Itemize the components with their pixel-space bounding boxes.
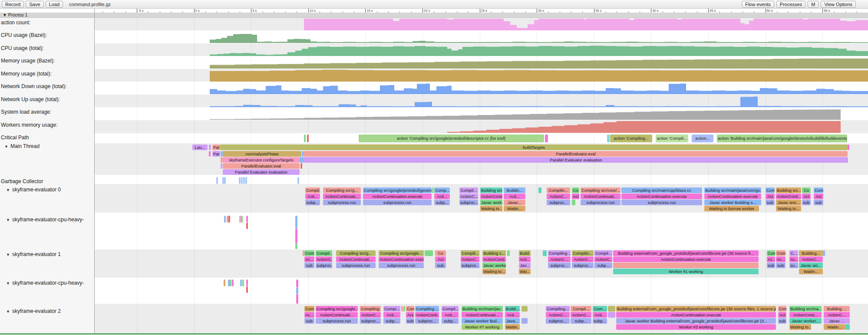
skyframe-evaluator-0-slice[interactable]: Javac wor... [776,200,801,205]
skyframe-evaluator-cpu-heavy-2-slice[interactable] [230,279,231,286]
skyframe-evaluator-2-slice[interactable]: Act [778,312,786,318]
skyframe-evaluator-0-slice[interactable]: sub [802,200,811,205]
garbage-collector-slice[interactable] [297,177,299,184]
skyframe-evaluator-2-slice[interactable]: subproc... [546,318,570,324]
track-label-garbage-collector[interactable]: Garbage Collector [1,179,43,184]
skyframe-evaluator-2-slice[interactable]: subprocess.run [316,318,358,324]
main-thread-slice[interactable]: Parallel Evaluator evaluation [304,157,848,163]
mem-total-chart[interactable] [210,70,868,82]
skyframe-evaluator-1-slice[interactable]: sub [304,263,314,268]
main-thread-slice[interactable]: Par [212,151,220,157]
skyframe-evaluator-2-slice[interactable]: Building src/ma... [789,306,822,312]
collapse-arrow-icon[interactable]: ▼ [6,218,10,222]
skyframe-evaluator-0-slice[interactable]: subp... [434,200,450,205]
skyframe-evaluator-0-slice[interactable]: subproc... [459,200,478,205]
skyframe-evaluator-cpu-heavy-2-slice[interactable] [232,279,234,286]
skyframe-evaluator-2-slice[interactable]: Compiling src/google... [316,306,358,312]
skyframe-evaluator-2-slice[interactable] [608,312,615,318]
skyframe-evaluator-0-slice[interactable]: subproc... [547,200,570,205]
skyframe-evaluator-0-slice[interactable]: ActionC... [547,194,570,199]
skyframe-evaluator-2-slice[interactable]: Com [778,306,786,312]
skyframe-evaluator-2-slice[interactable]: Compiling... [360,306,381,312]
skyframe-evaluator-0-slice[interactable]: subprocess.run [323,200,361,205]
skyframe-evaluator-1-slice[interactable]: Compili... [461,250,479,256]
skyframe-evaluator-0-slice[interactable]: Waiting to... [776,206,801,211]
skyframe-evaluator-0-slice[interactable]: Acti... [434,194,450,199]
skyframe-evaluator-2-slice[interactable]: Building src/main/jav... [462,306,503,312]
workers-mem-chart[interactable] [447,121,868,133]
skyframe-evaluator-1-slice[interactable]: Compiling src/google... [379,250,424,256]
main-thread-slice[interactable]: Lau... [192,145,208,150]
skyframe-evaluator-0-slice[interactable]: Compil... [305,187,320,193]
skyframe-evaluator-2-slice[interactable]: subproc... [360,318,381,324]
skyframe-evaluator-1-slice[interactable]: sub [435,263,446,268]
skyframe-evaluator-2-slice[interactable]: Compil... [571,306,591,312]
skyframe-evaluator-0-slice[interactable]: Javac work... [480,200,502,205]
skyframe-evaluator-2-slice[interactable]: Acti... [593,312,607,318]
main-thread-slice[interactable]: skyframeExecutor.configureTargets [223,157,300,163]
skyframe-evaluator-2-slice[interactable]: Javac ... [824,318,850,324]
garbage-collector-slice[interactable] [241,177,243,184]
skyframe-evaluator-2-slice[interactable] [401,306,403,312]
action-count-chart[interactable] [304,19,868,30]
collapse-arrow-icon[interactable]: ▼ [6,281,10,286]
skyframe-evaluator-2-slice[interactable]: Com [406,306,414,312]
skyframe-evaluator-0-slice[interactable]: Com [766,187,775,193]
skyframe-evaluator-2-slice[interactable]: sub [778,318,786,324]
skyframe-evaluator-1-slice[interactable]: Ac... [776,256,785,262]
skyframe-evaluator-1-slice[interactable] [507,250,510,256]
track-label-action-count[interactable]: action count: [1,20,30,26]
skyframe-evaluator-2-slice[interactable]: subp... [593,318,607,324]
critical-path-slice[interactable] [545,135,548,142]
track-label-memory-usage-bazel[interactable]: Memory usage (Bazel): [1,58,55,64]
main-thread-slice[interactable]: Parallel Evaluator evaluation [223,169,300,175]
skyframe-evaluator-1-slice[interactable]: Act [435,256,446,262]
skyframe-evaluator-0-slice[interactable] [432,187,434,193]
skyframe-evaluator-2-slice[interactable]: Waiting to... [789,324,811,330]
main-thread-slice[interactable]: ParallelEvaluator.eval [304,151,848,157]
sys-load-chart[interactable] [210,109,868,120]
skyframe-evaluator-1-slice[interactable]: Com [767,250,775,256]
skyframe-evaluator-1-slice[interactable]: ActionConti... [482,256,506,262]
skyframe-evaluator-0-slice[interactable]: ActionC... [459,194,478,199]
skyframe-evaluator-0-slice[interactable]: subprocess.run [363,200,432,205]
skyframe-evaluator-0-slice[interactable]: Waitin... [504,206,525,211]
skyframe-evaluator-2-slice[interactable]: Worker #7 working [462,324,503,330]
skyframe-evaluator-2-slice[interactable]: Compil... [442,306,459,312]
skyframe-evaluator-0-slice[interactable]: ActionContinuation.execute [704,194,761,199]
skyframe-evaluator-0-slice[interactable] [538,187,541,193]
skyframe-evaluator-0-slice[interactable]: Compilin... [547,187,570,193]
skyframe-evaluator-0-slice[interactable]: Co [572,187,579,193]
skyframe-evaluator-cpu-heavy-1-slice[interactable] [241,216,243,223]
skyframe-evaluator-2-slice[interactable]: ActionC... [360,312,381,318]
skyframe-evaluator-1-slice[interactable]: Ac... [789,256,798,262]
skyframe-evaluator-0-slice[interactable] [572,200,575,205]
skyframe-evaluator-0-slice[interactable]: ActionContinuation.execute [363,194,432,199]
skyframe-evaluator-2-slice[interactable]: Com... [593,306,607,312]
skyframe-evaluator-1-slice[interactable]: subproc... [316,263,332,268]
critical-path-slice[interactable] [307,135,309,142]
skyframe-evaluator-0-slice[interactable]: Compiling src/google/protobuf/generat... [363,187,432,193]
skyframe-evaluator-2-slice[interactable]: subp... [383,318,400,324]
skyframe-evaluator-cpu-heavy-2-slice[interactable] [240,279,242,286]
skyframe-evaluator-cpu-heavy-1-slice[interactable] [224,216,226,223]
track-label-workers-memory-usage[interactable]: Workers memory usage: [1,122,57,128]
critical-path-slice[interactable] [607,135,610,142]
skyframe-evaluator-1-slice[interactable]: subproc... [461,263,479,268]
skyframe-evaluator-0-slice[interactable]: Javac... [504,200,525,205]
skyframe-evaluator-cpu-heavy-2-slice[interactable] [246,279,248,286]
skyframe-evaluator-2-slice[interactable]: ActionContinuati... [316,312,358,318]
skyframe-evaluator-1-slice[interactable] [425,250,433,256]
skyframe-evaluator-2-slice[interactable]: subp... [571,318,591,324]
skyframe-evaluator-cpu-heavy-2-slice[interactable] [246,286,248,293]
skyframe-evaluator-1-slice[interactable]: Javac wo... [799,263,823,268]
skyframe-evaluator-cpu-heavy-1-slice[interactable] [295,216,297,229]
skyframe-evaluator-0-slice[interactable]: Act [766,194,775,199]
skyframe-evaluator-2-slice[interactable] [845,324,850,330]
main-thread-slice[interactable] [300,163,302,169]
skyframe-evaluator-cpu-heavy-1-slice[interactable] [228,216,230,223]
track-label-critical-path[interactable]: Critical Path [1,135,29,141]
skyframe-evaluator-1-slice[interactable]: Build... [519,250,531,256]
skyframe-evaluator-2-slice[interactable]: Com [304,306,314,312]
skyframe-evaluator-2-slice[interactable] [521,306,528,312]
